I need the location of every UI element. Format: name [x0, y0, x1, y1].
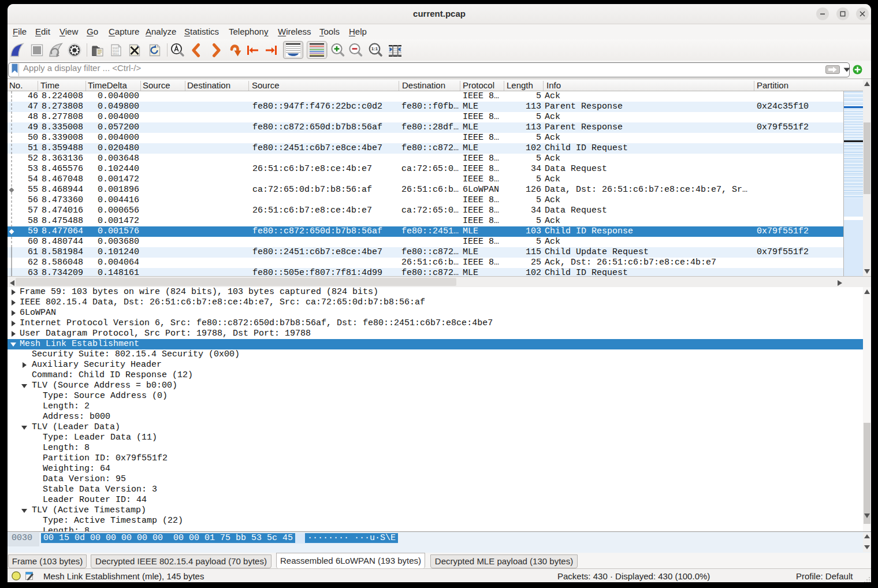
- svg-text:1:1: 1:1: [371, 46, 378, 51]
- svg-text:0011: 0011: [113, 53, 119, 55]
